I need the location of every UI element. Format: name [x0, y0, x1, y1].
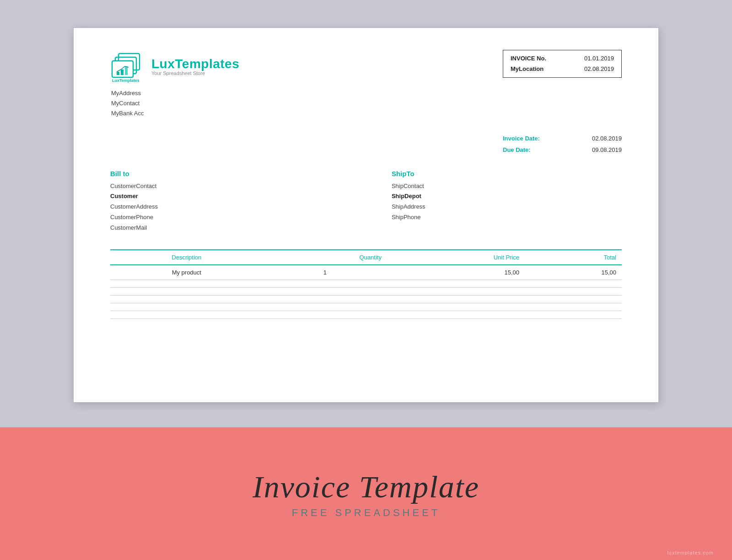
col-description: Description [110, 250, 263, 265]
col-unit-price: Unit Price [387, 250, 525, 265]
logo-area: LuxTemplates LuxTemplates Your Spreadshe… [110, 50, 239, 118]
invoice-info-box: INVOICE No. 01.01.2019 MyLocation 02.08.… [503, 50, 622, 78]
page-wrapper: LuxTemplates LuxTemplates Your Spreadshe… [0, 0, 732, 560]
company-contact: MyContact [111, 98, 144, 108]
cell-description [110, 288, 263, 296]
due-date-value: 09.08.2019 [592, 145, 622, 156]
bill-phone: CustomerPhone [110, 212, 340, 223]
banner-subtitle: FREE spreadsheet [292, 507, 441, 519]
cell-total [525, 303, 622, 311]
cell-description [110, 303, 263, 311]
table-row [110, 280, 622, 288]
table-row [110, 288, 622, 296]
cell-unit-price: 15,00 [387, 265, 525, 280]
invoice-paper: LuxTemplates LuxTemplates Your Spreadshe… [73, 27, 659, 403]
cell-quantity [263, 303, 387, 311]
table-row: My product 1 15,00 15,00 [110, 265, 622, 280]
company-details: MyAddress MyContact MyBank Acc [110, 88, 144, 118]
cell-unit-price [387, 303, 525, 311]
dates-section: Invoice Date: 02.08.2019 Due Date: 09.08… [110, 133, 622, 156]
cell-description [110, 280, 263, 288]
invoice-date-row: Invoice Date: 02.08.2019 [503, 133, 622, 145]
col-quantity: Quantity [263, 250, 387, 265]
cell-total: 15,00 [525, 265, 622, 280]
cell-total [525, 280, 622, 288]
bill-to-col: Bill to CustomerContact Customer Custome… [110, 170, 340, 233]
billing-section: Bill to CustomerContact Customer Custome… [110, 170, 622, 233]
col-total: Total [525, 250, 622, 265]
ship-address: ShipAddress [392, 202, 622, 212]
bill-name: Customer [110, 191, 340, 202]
cell-quantity [263, 288, 387, 296]
logo-icon-wrapper: LuxTemplates LuxTemplates Your Spreadshe… [110, 50, 239, 83]
cell-quantity [263, 280, 387, 288]
bill-to-heading: Bill to [110, 170, 340, 178]
table-row [110, 296, 622, 303]
cell-unit-price [387, 311, 525, 319]
ship-phone: ShipPhone [392, 212, 622, 223]
banner-watermark: luxtemplates.com [667, 550, 714, 555]
invoice-number-value: 01.01.2019 [584, 53, 614, 64]
invoice-table: Description Quantity Unit Price Total My… [110, 249, 622, 319]
table-row [110, 303, 622, 311]
cell-quantity: 1 [263, 265, 387, 280]
due-date-row: Due Date: 09.08.2019 [503, 145, 622, 156]
due-date-label: Due Date: [503, 145, 531, 156]
invoice-date-label: Invoice Date: [503, 133, 540, 145]
cell-unit-price [387, 296, 525, 303]
banner-title: Invoice Template [253, 469, 479, 505]
invoice-location-label: MyLocation [511, 64, 544, 74]
company-tagline: Your Spreadsheet Store [151, 70, 239, 76]
ship-contact: ShipContact [392, 181, 622, 192]
logo-text-area: LuxTemplates Your Spreadsheet Store [151, 57, 239, 76]
ship-to-heading: ShipTo [392, 170, 622, 178]
table-header-row: Description Quantity Unit Price Total [110, 250, 622, 265]
cell-description [110, 311, 263, 319]
cell-total [525, 311, 622, 319]
cell-unit-price [387, 288, 525, 296]
cell-description [110, 296, 263, 303]
invoice-location-row: MyLocation 02.08.2019 [511, 64, 614, 74]
cell-quantity [263, 296, 387, 303]
invoice-date-value: 02.08.2019 [592, 133, 622, 145]
company-name: LuxTemplates [151, 57, 239, 71]
company-address: MyAddress [111, 88, 144, 98]
bottom-banner: Invoice Template FREE spreadsheet luxtem… [0, 427, 732, 560]
invoice-number-row: INVOICE No. 01.01.2019 [511, 53, 614, 64]
svg-text:LuxTemplates: LuxTemplates [112, 78, 140, 83]
svg-rect-4 [121, 70, 124, 75]
cell-total [525, 288, 622, 296]
company-logo-icon: LuxTemplates [110, 50, 147, 83]
table-row [110, 311, 622, 319]
ship-to-col: ShipTo ShipContact ShipDepot ShipAddress… [392, 170, 622, 233]
svg-rect-3 [117, 72, 119, 75]
cell-quantity [263, 311, 387, 319]
svg-rect-5 [125, 66, 128, 75]
cell-unit-price [387, 280, 525, 288]
dates-table: Invoice Date: 02.08.2019 Due Date: 09.08… [503, 133, 622, 156]
invoice-location-value: 02.08.2019 [584, 64, 614, 74]
bill-mail: CustomerMail [110, 223, 340, 233]
cell-total [525, 296, 622, 303]
bill-contact: CustomerContact [110, 181, 340, 192]
cell-description: My product [110, 265, 263, 280]
invoice-number-label: INVOICE No. [511, 53, 546, 64]
ship-name: ShipDepot [392, 191, 622, 202]
header-section: LuxTemplates LuxTemplates Your Spreadshe… [110, 50, 622, 118]
company-bank: MyBank Acc [111, 108, 144, 118]
bill-address: CustomerAddress [110, 202, 340, 212]
